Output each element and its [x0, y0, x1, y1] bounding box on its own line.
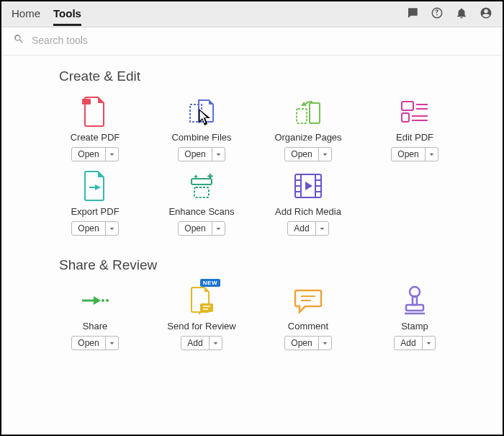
action-main[interactable]: Open — [72, 337, 104, 350]
action-button: Add — [287, 221, 328, 236]
new-badge: NEW — [200, 279, 220, 287]
tool-label: Combine Files — [171, 132, 231, 143]
action-button: Open — [178, 147, 225, 161]
action-main[interactable]: Open — [179, 222, 211, 235]
tool-stamp[interactable]: Stamp Add — [379, 283, 451, 350]
action-dropdown[interactable] — [105, 148, 118, 161]
tool-organize-pages[interactable]: Organize Pages Open — [272, 94, 344, 161]
action-button: Open — [178, 221, 225, 236]
action-button: Open — [284, 336, 331, 350]
action-dropdown[interactable] — [105, 337, 118, 350]
svg-rect-3 — [402, 102, 413, 110]
chat-icon[interactable] — [406, 6, 419, 22]
enhance-scans-icon — [184, 169, 219, 203]
action-button: Open — [71, 147, 118, 161]
profile-icon[interactable] — [480, 6, 492, 22]
action-main[interactable]: Open — [392, 148, 424, 161]
bell-icon[interactable] — [455, 6, 468, 22]
top-bar: Home Tools — [1, 1, 503, 27]
tool-label: Stamp — [401, 321, 428, 332]
rich-media-icon — [291, 169, 325, 203]
action-dropdown[interactable] — [212, 148, 225, 161]
action-main[interactable]: Open — [285, 148, 318, 161]
comment-icon — [291, 283, 325, 318]
edit-pdf-icon — [397, 94, 432, 129]
svg-rect-2 — [297, 109, 307, 123]
tool-enhance-scans[interactable]: Enhance Scans Open — [166, 169, 238, 236]
action-button: Add — [394, 336, 435, 350]
action-dropdown[interactable] — [318, 337, 331, 350]
tool-create-pdf[interactable]: Create PDF Open — [59, 94, 131, 161]
action-button: Add — [181, 336, 222, 350]
svg-rect-1 — [310, 103, 320, 123]
action-main[interactable]: Open — [179, 148, 211, 161]
search-icon — [13, 33, 24, 48]
help-icon[interactable] — [431, 6, 444, 22]
tab-home[interactable]: Home — [12, 2, 40, 26]
stamp-icon — [397, 283, 432, 318]
tool-label: Share — [83, 321, 108, 332]
svg-rect-9 — [192, 179, 212, 184]
tool-share[interactable]: Share Open — [59, 283, 131, 350]
action-main[interactable]: Open — [72, 148, 104, 161]
action-main[interactable]: Open — [285, 337, 318, 350]
grid-create-edit: Create PDF Open Combine Files Open — [59, 94, 488, 236]
action-dropdown[interactable] — [425, 148, 438, 161]
action-button: Open — [391, 147, 438, 161]
tool-label: Edit PDF — [396, 132, 433, 143]
tool-export-pdf[interactable]: Export PDF Open — [59, 169, 131, 236]
topbar-icons — [406, 6, 492, 22]
svg-rect-10 — [194, 187, 209, 197]
send-for-review-icon: NEW — [184, 283, 219, 318]
tool-edit-pdf[interactable]: Edit PDF Open — [379, 94, 451, 161]
action-button: Open — [71, 221, 118, 236]
tool-label: Organize Pages — [274, 132, 341, 143]
combine-files-icon — [184, 94, 219, 129]
svg-point-22 — [106, 299, 109, 302]
tool-add-rich-media[interactable]: Add Rich Media Add — [272, 169, 344, 236]
tool-label: Comment — [288, 321, 328, 332]
tool-label: Send for Review — [167, 321, 235, 332]
tool-label: Add Rich Media — [275, 206, 341, 217]
section-title-share-review: Share & Review — [59, 257, 488, 273]
action-main[interactable]: Add — [181, 337, 208, 350]
create-pdf-icon — [78, 94, 112, 129]
tool-label: Export PDF — [71, 206, 119, 217]
export-pdf-icon — [78, 169, 112, 203]
action-dropdown[interactable] — [315, 222, 328, 235]
section-title-create-edit: Create & Edit — [59, 68, 488, 84]
action-dropdown[interactable] — [105, 222, 118, 235]
svg-rect-4 — [402, 113, 409, 122]
action-main[interactable]: Add — [288, 222, 315, 235]
action-main[interactable]: Open — [72, 222, 104, 235]
svg-rect-0 — [82, 99, 91, 104]
share-icon — [78, 283, 112, 318]
tool-combine-files[interactable]: Combine Files Open — [166, 94, 238, 161]
action-button: Open — [71, 336, 118, 350]
tool-label: Create PDF — [71, 132, 120, 143]
action-button: Open — [284, 147, 331, 161]
action-main[interactable]: Add — [395, 337, 421, 350]
tab-tools[interactable]: Tools — [53, 2, 81, 26]
search-input[interactable] — [32, 35, 248, 46]
action-dropdown[interactable] — [422, 337, 435, 350]
svg-point-21 — [102, 299, 104, 302]
svg-rect-23 — [200, 303, 213, 312]
tools-content: Create & Edit Create PDF Open Combine F — [1, 55, 503, 393]
tab-bar: Home Tools — [12, 2, 81, 26]
grid-share-review: Share Open NEW Send for Review Add — [59, 283, 488, 350]
tool-send-for-review[interactable]: NEW Send for Review Add — [166, 283, 238, 350]
organize-pages-icon — [291, 94, 325, 129]
svg-rect-28 — [406, 305, 423, 311]
action-dropdown[interactable] — [212, 222, 225, 235]
tool-label: Enhance Scans — [168, 206, 234, 217]
action-dropdown[interactable] — [318, 148, 331, 161]
search-bar — [1, 27, 503, 55]
tool-comment[interactable]: Comment Open — [272, 283, 344, 350]
action-dropdown[interactable] — [209, 337, 222, 350]
